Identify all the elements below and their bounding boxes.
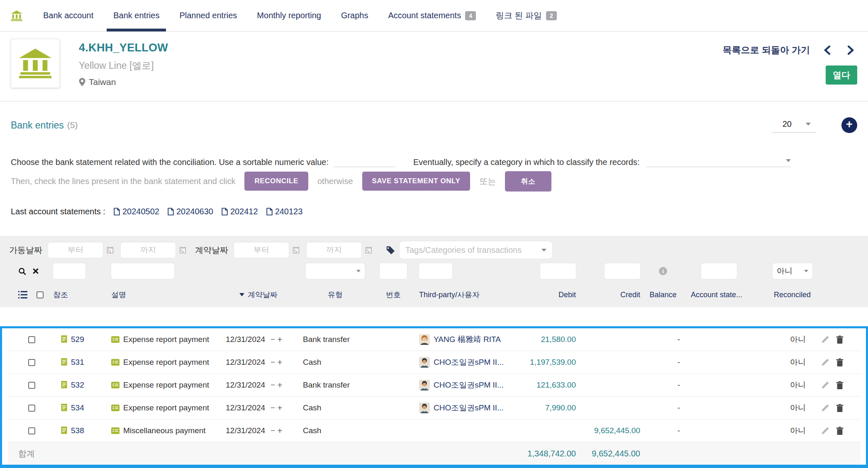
header-balance[interactable]: Balance: [640, 291, 686, 299]
entry-description[interactable]: Expense report payment: [123, 403, 209, 412]
edit-pencil-icon[interactable]: [821, 404, 829, 412]
reconcile-button[interactable]: RECONCILE: [244, 172, 308, 191]
category-select[interactable]: [646, 155, 791, 167]
desc-filter-input[interactable]: [111, 263, 174, 279]
date-minus-button[interactable]: −: [271, 358, 275, 367]
tab-bank-account[interactable]: Bank account: [37, 0, 100, 31]
calendar-icon[interactable]: [366, 247, 372, 253]
account-statement-filter-input[interactable]: [701, 263, 737, 279]
search-icon[interactable]: [18, 267, 26, 275]
select-all-checkbox[interactable]: [37, 291, 44, 298]
reconciled-value: 아니: [790, 357, 806, 368]
reconciled-value: 아니: [790, 380, 806, 390]
contract-date-to-input[interactable]: [307, 242, 361, 258]
clear-search-icon[interactable]: [33, 268, 39, 274]
save-statement-only-button[interactable]: SAVE STATEMENT ONLY: [362, 172, 471, 191]
date-minus-button[interactable]: −: [271, 381, 275, 390]
tags-filter-select[interactable]: Tags/Categories of transactions: [400, 241, 552, 259]
entry-ref-link[interactable]: 532: [71, 381, 84, 390]
contract-date-from-input[interactable]: [234, 242, 289, 258]
delete-trash-icon[interactable]: [836, 358, 844, 366]
date-minus-button[interactable]: −: [271, 426, 275, 435]
calendar-icon[interactable]: [180, 247, 186, 253]
tab-linked-files[interactable]: 링크 된 파일2: [489, 0, 563, 31]
row-checkbox[interactable]: [28, 359, 35, 366]
start-date-from-input[interactable]: [48, 242, 103, 258]
date-plus-button[interactable]: +: [277, 426, 282, 436]
entry-type: Cash: [303, 403, 321, 412]
reconcile-instruction: Then, check the lines present in the ban…: [11, 177, 235, 186]
date-minus-button[interactable]: −: [271, 335, 275, 344]
entry-description[interactable]: Expense report payment: [123, 358, 209, 367]
entry-ref-link[interactable]: 529: [71, 335, 84, 344]
header-account-statement[interactable]: Account state...: [686, 291, 752, 299]
edit-pencil-icon[interactable]: [821, 381, 829, 389]
date-minus-button[interactable]: −: [271, 403, 275, 412]
entry-ref-link[interactable]: 534: [71, 403, 84, 412]
row-checkbox[interactable]: [28, 405, 35, 412]
date-plus-button[interactable]: +: [277, 357, 282, 367]
statement-link[interactable]: 20240502: [114, 207, 159, 216]
entry-description[interactable]: Miscellaneous payment: [123, 426, 206, 435]
third-party-link[interactable]: CHO조일권sPM II...: [434, 403, 504, 413]
entry-description[interactable]: Expense report payment: [123, 335, 209, 344]
back-to-list-link[interactable]: 목록으로 되돌아 가기: [723, 44, 810, 56]
prev-record-button[interactable]: [821, 46, 834, 55]
entry-description[interactable]: Expense report payment: [123, 381, 209, 390]
reconciled-filter-select[interactable]: 아니: [773, 263, 812, 279]
open-button[interactable]: 열다: [826, 65, 857, 85]
header-type[interactable]: 유형: [298, 290, 373, 300]
header-ref[interactable]: 참조: [53, 290, 111, 300]
calendar-icon[interactable]: [107, 247, 113, 253]
type-filter-select[interactable]: [306, 263, 365, 279]
header-debit[interactable]: Debit: [510, 291, 576, 299]
statement-number-input[interactable]: [334, 156, 396, 167]
list-view-icon[interactable]: [18, 291, 27, 298]
edit-pencil-icon[interactable]: [821, 358, 829, 366]
tab-planned-entries[interactable]: Planned entries: [173, 0, 244, 31]
third-party-filter-input[interactable]: [419, 263, 452, 279]
date-plus-button[interactable]: +: [277, 403, 282, 413]
header-date[interactable]: 계약날짜: [219, 290, 298, 300]
next-record-button[interactable]: [844, 46, 857, 55]
bank-icon[interactable]: [11, 0, 22, 31]
header-desc[interactable]: 설명: [111, 290, 219, 300]
cancel-button[interactable]: 취소: [505, 171, 551, 192]
credit-filter-input[interactable]: [605, 263, 640, 279]
num-filter-input[interactable]: [380, 263, 407, 279]
tab-bank-entries[interactable]: Bank entries: [107, 0, 166, 31]
tab-monthly-reporting[interactable]: Monthly reporting: [250, 0, 328, 31]
tab-account-statements[interactable]: Account statements4: [381, 0, 482, 31]
delete-trash-icon[interactable]: [836, 335, 844, 344]
date-plus-button[interactable]: +: [277, 335, 282, 344]
header-credit[interactable]: Credit: [576, 291, 640, 299]
statement-link[interactable]: 202412: [222, 207, 258, 216]
row-checkbox[interactable]: [28, 336, 35, 343]
ref-filter-input[interactable]: [53, 263, 85, 279]
entry-ref-link[interactable]: 531: [71, 358, 84, 367]
third-party-link[interactable]: CHO조일권sPM II...: [434, 357, 504, 368]
delete-trash-icon[interactable]: [836, 427, 844, 435]
header-reconciled[interactable]: Reconciled: [752, 291, 812, 299]
edit-pencil-icon[interactable]: [821, 335, 829, 344]
calendar-icon[interactable]: [293, 247, 299, 253]
page-size-select[interactable]: 20: [772, 118, 817, 133]
date-plus-button[interactable]: +: [277, 380, 282, 390]
third-party-link[interactable]: CHO조일권sPM II...: [434, 380, 504, 390]
header-num[interactable]: 번호: [373, 290, 414, 300]
statement-link[interactable]: 240123: [266, 207, 303, 216]
header-third-party[interactable]: Third-party/사용자: [414, 290, 510, 300]
debit-filter-input[interactable]: [540, 263, 576, 279]
third-party-link[interactable]: YANG 楊雅靖 RITA: [434, 334, 501, 345]
edit-pencil-icon[interactable]: [821, 427, 829, 435]
account-subtitle: Yellow Line [엘로]: [79, 59, 168, 72]
delete-trash-icon[interactable]: [836, 404, 844, 412]
statement-link[interactable]: 20240630: [168, 207, 213, 216]
row-checkbox[interactable]: [28, 427, 35, 434]
row-checkbox[interactable]: [28, 382, 35, 389]
entry-ref-link[interactable]: 538: [71, 426, 84, 435]
delete-trash-icon[interactable]: [836, 381, 844, 389]
tab-graphs[interactable]: Graphs: [334, 0, 375, 31]
add-entry-button[interactable]: +: [841, 117, 857, 133]
start-date-to-input[interactable]: [121, 242, 176, 258]
